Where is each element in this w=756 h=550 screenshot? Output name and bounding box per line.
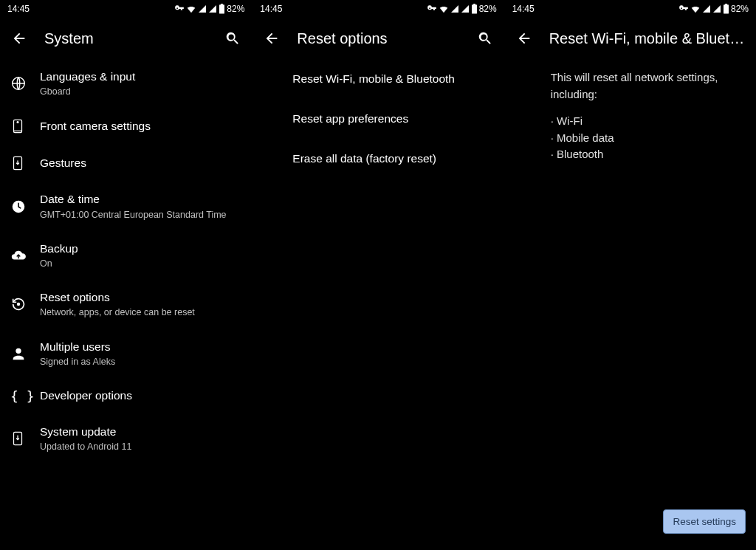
item-title: Developer options xyxy=(40,388,240,403)
page-title: Reset options xyxy=(297,30,474,47)
status-right: 82% xyxy=(427,4,497,14)
front-camera-icon xyxy=(10,118,40,134)
wifi-icon xyxy=(690,4,701,14)
back-arrow-icon xyxy=(516,30,532,47)
reset-icon xyxy=(10,296,40,312)
option-reset-network[interactable]: Reset Wi-Fi, mobile & Bluetooth xyxy=(252,59,504,99)
status-time: 14:45 xyxy=(512,4,535,14)
cloud-upload-icon xyxy=(10,247,40,264)
system-update-icon xyxy=(10,430,40,447)
item-title: System update xyxy=(40,424,240,439)
search-icon xyxy=(477,30,493,47)
globe-icon xyxy=(10,75,40,92)
status-time: 14:45 xyxy=(260,4,282,14)
svg-rect-11 xyxy=(472,4,477,13)
item-languages-input[interactable]: Languages & input Gboard xyxy=(0,59,252,108)
header: System xyxy=(0,18,252,59)
item-title: Languages & input xyxy=(40,69,240,84)
item-date-time[interactable]: Date & time GMT+01:00 Central European S… xyxy=(0,182,252,230)
item-backup[interactable]: Backup On xyxy=(0,231,252,280)
panel-reset-options: 14:45 82% Reset options Reset Wi-Fi, mob… xyxy=(252,0,504,550)
item-subtitle: Signed in as Aleks xyxy=(40,356,240,368)
item-title: Date & time xyxy=(40,192,240,207)
reset-network-body: This will reset all network settings, in… xyxy=(505,59,756,163)
bullet-bluetooth: Bluetooth xyxy=(551,146,741,163)
battery-icon xyxy=(471,4,478,14)
item-front-camera[interactable]: Front camera settings xyxy=(0,108,252,145)
item-subtitle: Gboard xyxy=(40,86,240,97)
item-title: Front camera settings xyxy=(40,119,240,134)
status-bar: 14:45 82% xyxy=(505,0,756,18)
signal-icon xyxy=(461,4,470,13)
search-button[interactable] xyxy=(475,28,495,49)
gestures-icon xyxy=(10,155,40,171)
status-bar: 14:45 82% xyxy=(0,0,252,18)
item-reset-options[interactable]: Reset options Network, apps, or device c… xyxy=(0,280,252,329)
status-right: 82% xyxy=(174,4,244,14)
signal-icon xyxy=(208,4,217,13)
settings-list: Languages & input Gboard Front camera se… xyxy=(0,59,252,550)
braces-icon: { } xyxy=(10,388,40,404)
vpn-key-icon xyxy=(678,4,689,14)
item-subtitle: Updated to Android 11 xyxy=(40,441,240,453)
svg-point-8 xyxy=(18,303,20,306)
battery-percent: 82% xyxy=(479,4,497,14)
option-reset-app-prefs[interactable]: Reset app preferences xyxy=(252,99,504,139)
item-multiple-users[interactable]: Multiple users Signed in as Aleks xyxy=(0,329,252,378)
item-title: Reset options xyxy=(40,290,240,305)
status-right: 82% xyxy=(678,4,749,14)
item-title: Multiple users xyxy=(40,340,240,354)
item-subtitle: On xyxy=(40,258,240,269)
description-text: This will reset all network settings, in… xyxy=(551,69,741,103)
svg-point-4 xyxy=(17,122,18,123)
svg-rect-12 xyxy=(473,4,475,5)
signal-icon xyxy=(702,4,711,13)
signal-icon xyxy=(450,4,459,13)
header: Reset options xyxy=(252,18,504,59)
option-factory-reset[interactable]: Erase all data (factory reset) xyxy=(252,139,504,179)
panel-reset-network: 14:45 82% Reset Wi-Fi, mobile & Blueto… … xyxy=(504,0,756,550)
signal-icon xyxy=(712,4,721,13)
item-subtitle: Network, apps, or device can be reset xyxy=(40,306,240,318)
bullet-mobile-data: Mobile data xyxy=(551,130,741,147)
vpn-key-icon xyxy=(427,4,437,14)
back-arrow-icon xyxy=(264,30,280,47)
signal-icon xyxy=(198,4,207,13)
battery-icon xyxy=(219,4,225,14)
item-subtitle: GMT+01:00 Central European Standard Time xyxy=(40,209,240,221)
back-button[interactable] xyxy=(261,28,282,49)
page-title: System xyxy=(44,30,222,47)
reset-settings-button[interactable]: Reset settings xyxy=(663,509,746,534)
status-bar: 14:45 82% xyxy=(252,0,504,18)
page-title: Reset Wi-Fi, mobile & Blueto… xyxy=(549,30,747,47)
svg-rect-1 xyxy=(221,4,223,5)
back-button[interactable] xyxy=(514,28,535,49)
svg-rect-0 xyxy=(219,4,224,13)
item-title: Gestures xyxy=(40,156,240,171)
battery-percent: 82% xyxy=(227,4,244,14)
search-icon xyxy=(224,30,241,47)
wifi-icon xyxy=(186,4,196,14)
vpn-key-icon xyxy=(174,4,185,14)
svg-rect-13 xyxy=(724,4,729,13)
status-time: 14:45 xyxy=(7,4,30,14)
reset-items-list: Wi-Fi Mobile data Bluetooth xyxy=(551,113,741,163)
clock-icon xyxy=(10,199,40,215)
bullet-wifi: Wi-Fi xyxy=(551,113,741,130)
svg-rect-14 xyxy=(725,4,727,5)
header: Reset Wi-Fi, mobile & Blueto… xyxy=(505,18,756,59)
svg-point-9 xyxy=(16,348,21,353)
panel-system: 14:45 82% System L xyxy=(0,0,252,550)
item-gestures[interactable]: Gestures xyxy=(0,145,252,182)
battery-percent: 82% xyxy=(731,4,749,14)
item-developer-options[interactable]: { } Developer options xyxy=(0,378,252,414)
back-arrow-icon xyxy=(11,30,27,47)
item-system-update[interactable]: System update Updated to Android 11 xyxy=(0,414,252,463)
user-icon xyxy=(10,346,40,362)
wifi-icon xyxy=(439,4,449,14)
reset-options-list: Reset Wi-Fi, mobile & Bluetooth Reset ap… xyxy=(252,59,504,550)
back-button[interactable] xyxy=(9,28,30,49)
item-title: Backup xyxy=(40,241,240,256)
search-button[interactable] xyxy=(222,28,243,49)
battery-icon xyxy=(723,4,729,14)
